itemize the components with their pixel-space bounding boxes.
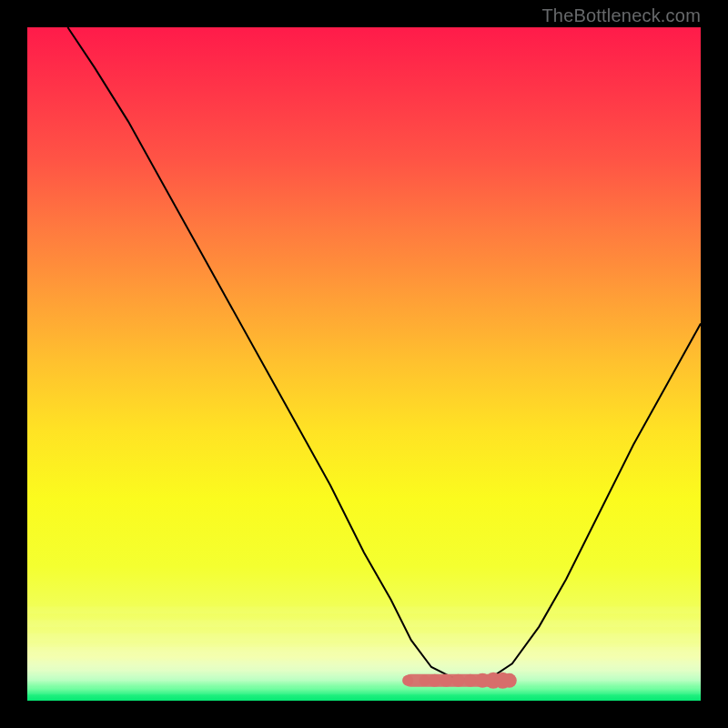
svg-point-21	[464, 674, 477, 687]
optimal-marker-band	[402, 672, 517, 689]
watermark-text: TheBottleneck.com	[541, 5, 701, 26]
plot-area	[27, 27, 701, 701]
svg-point-16	[402, 675, 413, 686]
svg-point-25	[502, 673, 517, 688]
chart-container: TheBottleneck.com	[0, 0, 728, 728]
bottleneck-curve	[67, 27, 701, 681]
bottleneck-curve-layer	[27, 27, 701, 701]
svg-point-18	[429, 674, 441, 687]
svg-point-20	[452, 674, 465, 687]
svg-point-19	[440, 674, 452, 687]
